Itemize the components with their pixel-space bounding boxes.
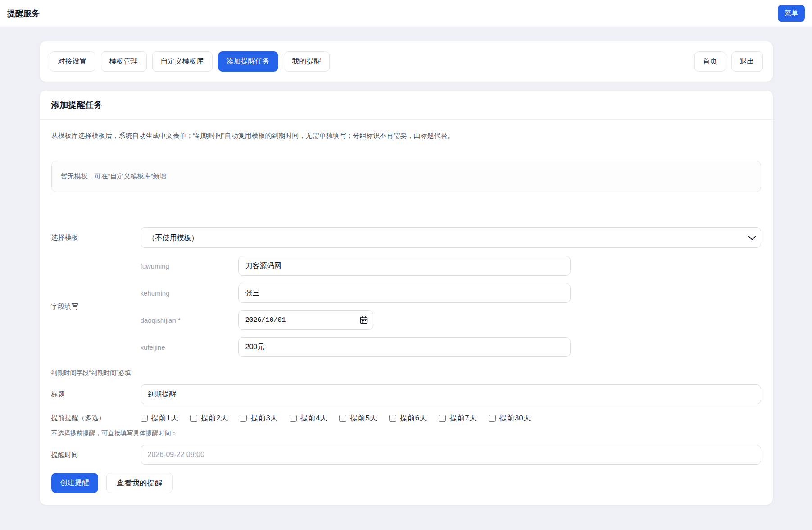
form-description: 从模板库选择模板后，系统自动生成中文表单；“到期时间”自动复用模板的到期时间，无… xyxy=(51,132,761,140)
field-row-kehuming: kehuming xyxy=(141,283,761,303)
tab-bar: 对接设置模板管理自定义模板库添加提醒任务我的提醒 首页 退出 xyxy=(40,41,773,82)
advance-option-label: 提前1天 xyxy=(151,413,178,423)
action-buttons: 创建提醒 查看我的提醒 xyxy=(51,473,761,493)
advance-checkbox-5[interactable] xyxy=(339,415,346,422)
field-input-kehuming[interactable] xyxy=(238,283,571,303)
advance-checkbox-4[interactable] xyxy=(290,415,297,422)
date-field-wrap xyxy=(238,310,373,330)
direct-time-note: 不选择提前提醒，可直接填写具体提醒时间： xyxy=(51,429,761,438)
top-bar: 提醒服务 菜单 xyxy=(0,0,812,27)
fields-group-row: 字段填写 fuwumingkehumingdaoqishijian *xufei… xyxy=(51,256,761,357)
fields-group-label: 字段填写 xyxy=(51,302,141,311)
tab-item-1[interactable]: 对接设置 xyxy=(50,51,95,72)
advance-option-label: 提前6天 xyxy=(400,413,427,423)
advance-option-label: 提前3天 xyxy=(250,413,277,423)
app-title: 提醒服务 xyxy=(7,8,40,19)
tab-bar-right: 首页 退出 xyxy=(694,51,763,72)
tab-item-4[interactable]: 添加提醒任务 xyxy=(218,51,278,72)
advance-option-1[interactable]: 提前1天 xyxy=(141,413,178,423)
reminder-time-row: 提醒时间 xyxy=(51,445,761,465)
field-row-fuwuming: fuwuming xyxy=(141,256,761,276)
advance-option-3[interactable]: 提前3天 xyxy=(240,413,277,423)
advance-checkbox-2[interactable] xyxy=(190,415,197,422)
tab-item-2[interactable]: 模板管理 xyxy=(101,51,147,72)
template-select[interactable]: （不使用模板） xyxy=(141,227,761,248)
advance-option-label: 提前30天 xyxy=(499,413,531,423)
tab-item-3[interactable]: 自定义模板库 xyxy=(152,51,213,72)
fields-group: fuwumingkehumingdaoqishijian *xufeijine xyxy=(141,256,761,357)
advance-option-label: 提前5天 xyxy=(350,413,377,423)
advance-option-7[interactable]: 提前7天 xyxy=(439,413,476,423)
template-select-wrap: （不使用模板） xyxy=(141,227,761,248)
field-row-daoqishijian: daoqishijian * xyxy=(141,310,761,330)
advance-checkbox-7[interactable] xyxy=(439,415,446,422)
home-button[interactable]: 首页 xyxy=(694,51,726,72)
tab-list: 对接设置模板管理自定义模板库添加提醒任务我的提醒 xyxy=(50,51,330,72)
tab-item-5[interactable]: 我的提醒 xyxy=(284,51,330,72)
field-label: daoqishijian * xyxy=(141,316,238,324)
field-label: kehuming xyxy=(141,289,238,297)
advance-option-8[interactable]: 提前30天 xyxy=(489,413,531,423)
field-input-xufeijine[interactable] xyxy=(238,337,571,357)
field-label: fuwuming xyxy=(141,262,238,270)
due-time-note: 到期时间字段“到期时间”必填 xyxy=(51,369,761,377)
advance-option-4[interactable]: 提前4天 xyxy=(290,413,327,423)
create-reminder-button[interactable]: 创建提醒 xyxy=(51,473,98,493)
advance-option-label: 提前2天 xyxy=(201,413,228,423)
logout-button[interactable]: 退出 xyxy=(731,51,763,72)
advance-checkbox-8[interactable] xyxy=(489,415,496,422)
reminder-time-label: 提醒时间 xyxy=(51,451,141,459)
card-header: 添加提醒任务 xyxy=(40,91,773,120)
select-template-label: 选择模板 xyxy=(51,233,141,242)
advance-checkbox-1[interactable] xyxy=(141,415,148,422)
card-title: 添加提醒任务 xyxy=(51,99,761,111)
advance-option-6[interactable]: 提前6天 xyxy=(389,413,427,423)
advance-checkbox-6[interactable] xyxy=(389,415,396,422)
add-reminder-card: 添加提醒任务 从模板库选择模板后，系统自动生成中文表单；“到期时间”自动复用模板… xyxy=(40,91,773,505)
advance-reminder-options: 提前1天提前2天提前3天提前4天提前5天提前6天提前7天提前30天 xyxy=(141,413,761,423)
advance-reminder-row: 提前提醒（多选） 提前1天提前2天提前3天提前4天提前5天提前6天提前7天提前3… xyxy=(51,413,761,423)
title-row: 标题 xyxy=(51,384,761,404)
card-body: 从模板库选择模板后，系统自动生成中文表单；“到期时间”自动复用模板的到期时间，无… xyxy=(40,120,773,505)
page-content: 对接设置模板管理自定义模板库添加提醒任务我的提醒 首页 退出 添加提醒任务 从模… xyxy=(40,41,773,505)
advance-option-label: 提前7天 xyxy=(449,413,476,423)
empty-template-notice: 暂无模板，可在“自定义模板库”新增 xyxy=(51,161,761,192)
advance-reminder-label: 提前提醒（多选） xyxy=(51,414,141,422)
advance-option-2[interactable]: 提前2天 xyxy=(190,413,228,423)
field-input-date[interactable] xyxy=(238,310,373,330)
advance-checkbox-3[interactable] xyxy=(240,415,247,422)
field-row-xufeijine: xufeijine xyxy=(141,337,761,357)
advance-option-label: 提前4天 xyxy=(300,413,327,423)
reminder-time-input[interactable] xyxy=(141,445,761,465)
view-my-reminders-button[interactable]: 查看我的提醒 xyxy=(106,473,173,493)
field-input-fuwuming[interactable] xyxy=(238,256,571,276)
title-input[interactable] xyxy=(141,384,761,404)
select-template-row: 选择模板 （不使用模板） xyxy=(51,227,761,248)
menu-button[interactable]: 菜单 xyxy=(778,5,805,22)
advance-option-5[interactable]: 提前5天 xyxy=(339,413,377,423)
title-label: 标题 xyxy=(51,390,141,399)
field-label: xufeijine xyxy=(141,343,238,351)
